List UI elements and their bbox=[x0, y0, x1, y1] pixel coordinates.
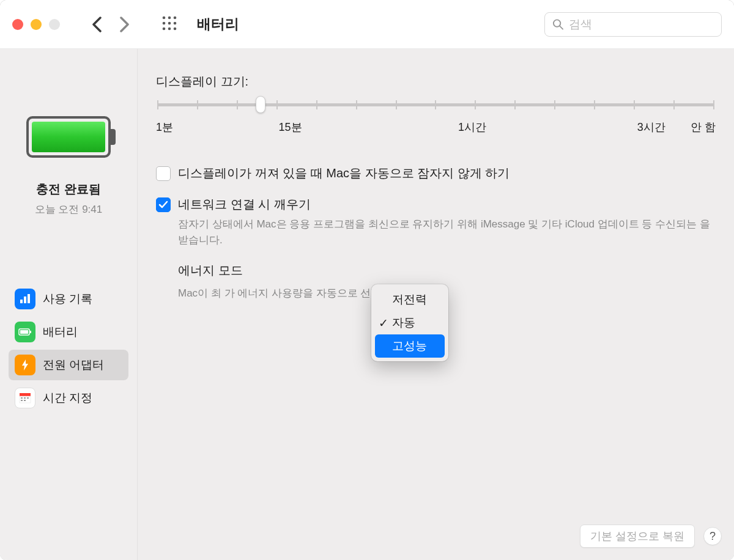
svg-rect-16 bbox=[30, 331, 31, 333]
nav-buttons bbox=[92, 17, 130, 32]
sidebar-item-battery[interactable]: 배터리 bbox=[9, 317, 128, 347]
window: 배터리 충전 완료됨 오늘 오전 9:41 사용 기록 bbox=[0, 0, 734, 560]
titlebar: 배터리 bbox=[0, 0, 734, 49]
svg-rect-22 bbox=[21, 400, 23, 401]
bolt-icon bbox=[15, 355, 35, 375]
sidebar: 충전 완료됨 오늘 오전 9:41 사용 기록 배터리 bbox=[0, 49, 138, 560]
help-button[interactable]: ? bbox=[703, 527, 722, 545]
sidebar-item-label: 시간 지정 bbox=[43, 390, 92, 406]
restore-defaults-button[interactable]: 기본 설정으로 복원 bbox=[580, 525, 695, 548]
slider-label-3hr: 3시간 bbox=[637, 120, 665, 134]
battery-status-label: 충전 완료됨 bbox=[36, 181, 101, 197]
energy-mode-label: 에너지 모드 bbox=[178, 263, 243, 277]
svg-rect-11 bbox=[20, 300, 23, 303]
battery-fill bbox=[32, 122, 105, 152]
calendar-icon bbox=[15, 388, 35, 408]
sidebar-item-label: 사용 기록 bbox=[43, 291, 92, 307]
svg-rect-12 bbox=[24, 297, 26, 303]
content: 충전 완료됨 오늘 오전 9:41 사용 기록 배터리 bbox=[0, 49, 734, 560]
checkbox-description: 잠자기 상태에서 Mac은 응용 프로그램을 최신으로 유지하기 위해 iMes… bbox=[178, 216, 716, 248]
checkbox-row-prevent-sleep: 디스플레이가 꺼져 있을 때 Mac을 자동으로 잠자지 않게 하기 bbox=[156, 165, 716, 182]
svg-rect-21 bbox=[27, 397, 29, 399]
dropdown-item-auto[interactable]: ✓ 자동 bbox=[375, 311, 445, 334]
slider-label-1min: 1분 bbox=[156, 120, 173, 134]
sidebar-items: 사용 기록 배터리 전원 어댑터 bbox=[9, 284, 128, 413]
dropdown-item-high-performance[interactable]: 고성능 bbox=[375, 334, 445, 358]
svg-rect-19 bbox=[21, 397, 23, 399]
sidebar-item-label: 배터리 bbox=[43, 324, 78, 340]
sidebar-item-usage[interactable]: 사용 기록 bbox=[9, 284, 128, 314]
dropdown-item-low-power[interactable]: 저전력 bbox=[375, 288, 445, 311]
checkbox-wake-network[interactable] bbox=[156, 197, 171, 212]
svg-rect-23 bbox=[24, 400, 26, 401]
zoom-button[interactable] bbox=[49, 19, 60, 30]
svg-point-0 bbox=[163, 16, 166, 19]
checkbox-label: 디스플레이가 꺼져 있을 때 Mac을 자동으로 잠자지 않게 하기 bbox=[178, 165, 716, 182]
svg-rect-18 bbox=[20, 396, 31, 403]
svg-point-4 bbox=[168, 21, 171, 24]
bottom-bar: 기본 설정으로 복원 ? bbox=[580, 525, 722, 548]
sidebar-item-schedule[interactable]: 시간 지정 bbox=[9, 383, 128, 413]
window-controls bbox=[12, 19, 60, 30]
svg-point-6 bbox=[163, 27, 166, 30]
search-input[interactable] bbox=[569, 18, 714, 31]
svg-rect-13 bbox=[28, 294, 30, 303]
svg-point-5 bbox=[174, 21, 177, 24]
sidebar-item-power-adapter[interactable]: 전원 어댑터 bbox=[9, 350, 128, 380]
slider-label-15min: 15분 bbox=[279, 120, 302, 134]
battery-small-icon bbox=[15, 322, 35, 342]
main-panel: 디스플레이 끄기: 1분 15분 1시간 3시간 안 함 bbox=[138, 49, 734, 560]
minimize-button[interactable] bbox=[31, 19, 42, 30]
svg-point-7 bbox=[168, 27, 171, 30]
checkbox-prevent-sleep[interactable] bbox=[156, 166, 171, 181]
search-icon bbox=[552, 18, 564, 31]
chart-icon bbox=[15, 289, 35, 309]
slider-label-1hr: 1시간 bbox=[458, 120, 486, 134]
check-icon: ✓ bbox=[379, 316, 388, 330]
window-title: 배터리 bbox=[197, 15, 537, 34]
battery-time-label: 오늘 오전 9:41 bbox=[35, 202, 103, 216]
show-all-icon[interactable] bbox=[161, 15, 177, 34]
checkbox-row-wake-network: 네트워크 연결 시 깨우기 잠자기 상태에서 Mac은 응용 프로그램을 최신으… bbox=[156, 196, 716, 248]
svg-point-8 bbox=[174, 27, 177, 30]
slider-thumb[interactable] bbox=[256, 96, 265, 113]
search-box[interactable] bbox=[544, 12, 722, 37]
display-off-slider[interactable]: 1분 15분 1시간 3시간 안 함 bbox=[156, 103, 716, 134]
svg-line-10 bbox=[560, 26, 563, 29]
display-off-label: 디스플레이 끄기: bbox=[156, 73, 716, 90]
svg-point-9 bbox=[554, 20, 560, 26]
sidebar-item-label: 전원 어댑터 bbox=[43, 357, 104, 373]
svg-rect-15 bbox=[20, 330, 28, 334]
battery-visual: 충전 완료됨 오늘 오전 9:41 bbox=[9, 116, 128, 216]
checkbox-label: 네트워크 연결 시 깨우기 bbox=[178, 196, 716, 213]
slider-label-never: 안 함 bbox=[691, 120, 716, 134]
forward-button[interactable] bbox=[120, 17, 130, 32]
battery-icon bbox=[26, 116, 111, 158]
svg-rect-17 bbox=[20, 393, 31, 396]
svg-point-3 bbox=[163, 21, 166, 24]
svg-point-2 bbox=[174, 16, 177, 19]
energy-mode-dropdown: 저전력 ✓ 자동 고성능 bbox=[371, 284, 448, 361]
check-icon bbox=[158, 201, 168, 209]
close-button[interactable] bbox=[12, 19, 23, 30]
svg-rect-20 bbox=[24, 397, 26, 399]
svg-point-1 bbox=[168, 16, 171, 19]
back-button[interactable] bbox=[92, 17, 102, 32]
